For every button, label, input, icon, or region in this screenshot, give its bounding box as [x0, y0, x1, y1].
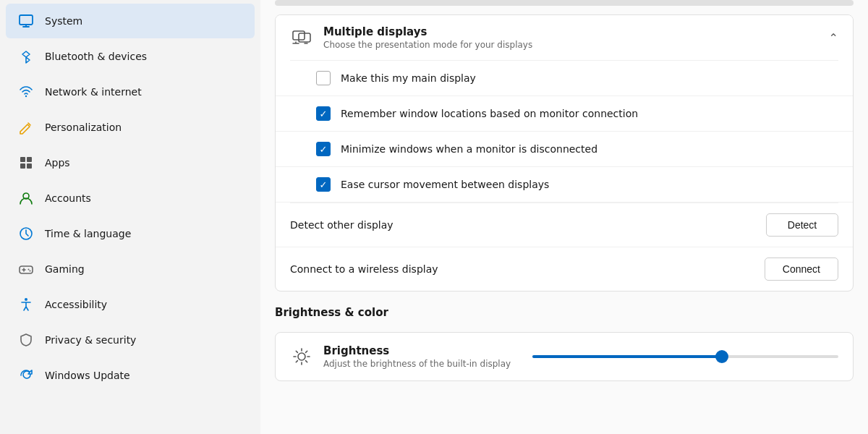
- svg-line-21: [306, 351, 307, 352]
- main-content: Multiple displays Choose the presentatio…: [260, 0, 868, 434]
- brightness-row: Brightness Adjust the brightness of the …: [276, 333, 853, 380]
- svg-rect-8: [20, 266, 33, 273]
- brightness-slider-track[interactable]: [532, 355, 838, 358]
- minimize-windows-label: Minimize windows when a monitor is disco…: [341, 143, 597, 155]
- svg-rect-2: [20, 157, 25, 162]
- brightness-slider-fill: [532, 355, 722, 358]
- personalization-icon: [17, 119, 35, 136]
- sidebar-item-gaming[interactable]: Gaming: [6, 252, 255, 286]
- system-icon: [17, 12, 35, 30]
- sidebar-item-privacy[interactable]: Privacy & security: [6, 323, 255, 357]
- svg-point-11: [25, 298, 27, 301]
- update-icon: [17, 367, 35, 384]
- time-icon: [17, 225, 35, 242]
- sidebar: System Bluetooth & devices Network & int…: [0, 0, 260, 434]
- multiple-displays-title: Multiple displays: [323, 25, 819, 38]
- detect-button[interactable]: Detect: [766, 213, 838, 237]
- multiple-displays-icon: [290, 26, 313, 49]
- sidebar-item-apps-label: Apps: [45, 157, 70, 169]
- brightness-slider-container: [532, 355, 838, 358]
- sidebar-item-update[interactable]: Windows Update: [6, 358, 255, 393]
- sidebar-item-accounts[interactable]: Accounts: [6, 181, 255, 216]
- svg-point-10: [30, 271, 31, 272]
- ease-cursor-checkbox[interactable]: [316, 177, 331, 192]
- bluetooth-icon: [17, 48, 35, 65]
- multiple-displays-header[interactable]: Multiple displays Choose the presentatio…: [276, 15, 853, 60]
- brightness-section: Brightness Adjust the brightness of the …: [275, 332, 854, 381]
- sidebar-item-system-label: System: [45, 15, 82, 27]
- connect-display-label: Connect to a wireless display: [290, 263, 438, 275]
- svg-line-22: [296, 361, 297, 362]
- sidebar-item-apps[interactable]: Apps: [6, 145, 255, 180]
- gaming-icon: [17, 260, 35, 278]
- sidebar-item-bluetooth[interactable]: Bluetooth & devices: [6, 39, 255, 74]
- minimize-windows-checkbox[interactable]: [316, 142, 331, 156]
- brightness-subtitle: Adjust the brightness of the built-in di…: [323, 359, 511, 369]
- sidebar-item-accessibility[interactable]: Accessibility: [6, 287, 255, 322]
- brightness-section-heading-container: Brightness & color: [260, 300, 868, 323]
- svg-line-20: [306, 361, 307, 362]
- top-separator: [275, 0, 854, 6]
- sidebar-item-personalization-label: Personalization: [45, 122, 122, 133]
- remember-window-row: Remember window locations based on monit…: [276, 96, 853, 132]
- sidebar-item-network[interactable]: Network & internet: [6, 75, 255, 109]
- svg-point-9: [28, 269, 30, 271]
- connect-display-row: Connect to a wireless display Connect: [276, 247, 853, 291]
- remember-window-label: Remember window locations based on monit…: [341, 108, 638, 119]
- chevron-up-icon: ⌃: [829, 31, 838, 45]
- brightness-title: Brightness: [323, 344, 511, 357]
- sidebar-item-system[interactable]: System: [6, 4, 255, 38]
- main-display-row: Make this my main display: [276, 61, 853, 96]
- privacy-icon: [17, 331, 35, 349]
- sidebar-item-gaming-label: Gaming: [45, 263, 85, 275]
- apps-icon: [17, 154, 35, 171]
- accounts-icon: [17, 190, 35, 207]
- accessibility-icon: [17, 296, 35, 313]
- sidebar-item-accessibility-label: Accessibility: [45, 299, 107, 310]
- network-icon: [17, 83, 35, 101]
- sidebar-item-network-label: Network & internet: [45, 86, 142, 98]
- sidebar-item-update-label: Windows Update: [45, 370, 130, 381]
- multiple-displays-section: Multiple displays Choose the presentatio…: [275, 14, 854, 292]
- multiple-displays-header-text: Multiple displays Choose the presentatio…: [323, 25, 819, 50]
- detect-display-label: Detect other display: [290, 219, 393, 231]
- sidebar-item-personalization[interactable]: Personalization: [6, 110, 255, 145]
- brightness-icon: [290, 345, 313, 368]
- brightness-text: Brightness Adjust the brightness of the …: [323, 344, 511, 369]
- svg-rect-5: [27, 163, 32, 169]
- sidebar-item-time-label: Time & language: [45, 228, 131, 239]
- svg-rect-3: [27, 157, 32, 162]
- detect-display-row: Detect other display Detect: [276, 203, 853, 247]
- svg-rect-0: [20, 15, 33, 25]
- svg-line-19: [296, 351, 297, 352]
- sidebar-item-bluetooth-label: Bluetooth & devices: [45, 51, 147, 62]
- multiple-displays-subtitle: Choose the presentation mode for your di…: [323, 40, 819, 50]
- ease-cursor-row: Ease cursor movement between displays: [276, 167, 853, 203]
- sidebar-item-privacy-label: Privacy & security: [45, 334, 136, 346]
- connect-button[interactable]: Connect: [765, 258, 838, 281]
- main-display-label: Make this my main display: [341, 72, 476, 84]
- svg-point-1: [25, 95, 27, 97]
- minimize-windows-row: Minimize windows when a monitor is disco…: [276, 132, 853, 167]
- brightness-color-heading: Brightness & color: [275, 306, 388, 319]
- sidebar-item-accounts-label: Accounts: [45, 192, 91, 204]
- sidebar-item-time[interactable]: Time & language: [6, 216, 255, 251]
- svg-point-14: [298, 353, 305, 360]
- remember-window-checkbox[interactable]: [316, 106, 331, 121]
- ease-cursor-label: Ease cursor movement between displays: [341, 179, 549, 190]
- main-display-checkbox[interactable]: [316, 71, 331, 85]
- svg-rect-4: [20, 163, 25, 169]
- brightness-slider-thumb[interactable]: [715, 350, 728, 363]
